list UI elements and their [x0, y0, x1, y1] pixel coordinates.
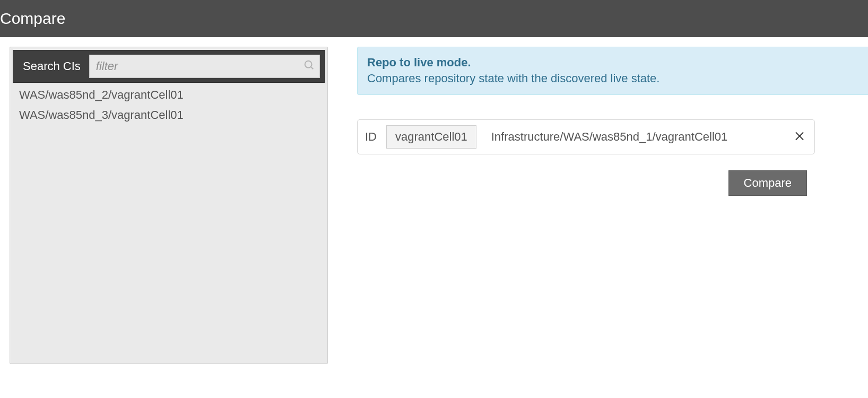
selected-ci-path: Infrastructure/WAS/was85nd_1/vagrantCell…	[491, 130, 784, 144]
search-input-container	[89, 55, 320, 78]
search-bar: Search CIs	[13, 50, 325, 83]
search-input[interactable]	[96, 59, 303, 73]
list-item[interactable]: WAS/was85nd_2/vagrantCell01	[13, 85, 325, 105]
page-title: Compare	[0, 10, 65, 27]
svg-line-1	[311, 67, 314, 70]
id-label: ID	[365, 130, 377, 144]
list-item[interactable]: WAS/was85nd_3/vagrantCell01	[13, 105, 325, 125]
info-banner: Repo to live mode. Compares repository s…	[357, 47, 868, 95]
search-label: Search CIs	[23, 59, 81, 73]
selected-cell-name: vagrantCell01	[386, 125, 476, 149]
ci-list: WAS/was85nd_2/vagrantCell01 WAS/was85nd_…	[13, 85, 325, 125]
compare-button[interactable]: Compare	[728, 170, 807, 196]
selected-ci-row: ID vagrantCell01 Infrastructure/WAS/was8…	[357, 119, 815, 154]
info-banner-title: Repo to live mode.	[367, 56, 471, 69]
main-panel: Repo to live mode. Compares repository s…	[357, 47, 868, 364]
search-icon[interactable]	[303, 59, 315, 73]
svg-point-0	[305, 61, 312, 68]
close-icon[interactable]	[793, 129, 806, 145]
info-banner-body: Compares repository state with the disco…	[367, 72, 659, 85]
search-panel: Search CIs WAS/was85nd_2/vagrantCell01 W…	[10, 47, 328, 364]
